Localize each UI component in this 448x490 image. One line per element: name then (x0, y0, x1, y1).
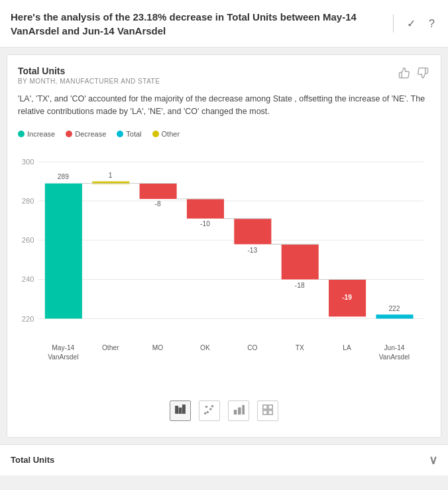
legend-label-total: Total (126, 130, 141, 138)
thumbup-button[interactable] (397, 66, 412, 83)
svg-rect-8 (234, 410, 237, 414)
legend-label-other: Other (162, 130, 180, 138)
bar-co[interactable] (234, 218, 271, 244)
legend-item-decrease: Decrease (66, 130, 106, 138)
header-bar: Here's the analysis of the 23.18% decrea… (0, 0, 448, 48)
legend-item-other: Other (152, 130, 180, 138)
header-title: Here's the analysis of the 23.18% decrea… (11, 10, 393, 38)
bar-label-other-value: 1 (109, 172, 113, 179)
chart-control-grid[interactable] (257, 400, 278, 421)
legend-label-decrease: Decrease (75, 130, 106, 138)
y-label-280: 280 (22, 197, 34, 205)
bar-label-other-name: Other (102, 344, 119, 351)
y-label-240: 240 (22, 275, 34, 283)
svg-rect-2 (183, 404, 186, 413)
bar-may14[interactable] (45, 183, 82, 318)
svg-point-5 (207, 410, 209, 413)
y-label-260: 260 (22, 236, 34, 244)
chart-control-column[interactable] (228, 400, 249, 421)
bar-label-ok-name: OK (200, 344, 210, 351)
card-description: 'LA', 'TX', and 'CO' accounted for the m… (18, 93, 430, 118)
bar-label-jun14-name2: VanArsdel (379, 353, 410, 360)
svg-rect-13 (263, 410, 267, 414)
legend-item-total: Total (117, 130, 141, 138)
help-button[interactable]: ? (426, 15, 437, 32)
bar-label-co-name: CO (247, 344, 257, 351)
svg-rect-1 (179, 408, 182, 413)
header-actions: ✓ ? (393, 15, 437, 32)
chart-controls (18, 395, 430, 426)
bar-label-may14-name1: May-14 (52, 344, 74, 351)
svg-point-3 (205, 405, 208, 408)
svg-point-6 (211, 404, 214, 407)
svg-rect-14 (268, 410, 272, 414)
y-label-300: 300 (22, 158, 34, 166)
bottom-bar-label: Total Units (11, 455, 54, 465)
card-actions (397, 66, 430, 83)
bar-mo[interactable] (140, 183, 177, 198)
bar-ok[interactable] (187, 199, 224, 219)
bar-label-tx-name: TX (296, 344, 304, 351)
card-title: Total Units (18, 66, 160, 76)
main-card: Total Units BY MONTH, MANUFACTURER AND S… (7, 54, 441, 438)
legend-dot-total (117, 131, 123, 137)
chart-control-scatter[interactable] (199, 400, 220, 421)
bottom-bar[interactable]: Total Units ∨ (0, 444, 448, 475)
bar-label-may14-name2: VanArsdel (48, 353, 78, 360)
card-header: Total Units BY MONTH, MANUFACTURER AND S… (18, 66, 430, 85)
bottom-bar-arrow: ∨ (429, 453, 437, 467)
y-label-220: 220 (22, 314, 34, 322)
bar-label-mo-value: -8 (155, 200, 161, 208)
svg-rect-0 (176, 406, 178, 413)
outer-container: Here's the analysis of the 23.18% decrea… (0, 0, 448, 475)
thumbdown-button[interactable] (416, 66, 430, 83)
svg-rect-11 (263, 404, 267, 408)
bar-label-ok-value: -10 (200, 219, 210, 227)
bar-label-tx-value: -18 (295, 281, 305, 288)
bar-jun14[interactable] (376, 314, 413, 318)
bar-label-co-value: -13 (247, 246, 257, 253)
bar-label-jun14-name1: Jun-14 (384, 344, 404, 351)
bar-label-la-name: LA (343, 344, 351, 351)
bar-tx[interactable] (282, 244, 319, 279)
chart-control-bar[interactable] (170, 400, 191, 421)
chart-area: 300 280 260 240 220 289 May-14 VanArsdel (18, 143, 430, 389)
bar-label-may14-value: 289 (58, 173, 69, 180)
svg-rect-9 (238, 407, 241, 414)
legend: Increase Decrease Total Other (18, 130, 430, 138)
legend-dot-other (152, 131, 159, 137)
svg-point-4 (209, 408, 212, 410)
card-title-group: Total Units BY MONTH, MANUFACTURER AND S… (18, 66, 160, 85)
svg-rect-10 (242, 404, 245, 414)
chart-svg: 300 280 260 240 220 289 May-14 VanArsdel (18, 143, 430, 389)
bar-label-mo-name: MO (152, 344, 163, 351)
legend-label-increase: Increase (27, 130, 55, 138)
legend-item-increase: Increase (18, 130, 55, 138)
bar-label-jun14-value: 222 (388, 305, 400, 312)
card-subtitle: BY MONTH, MANUFACTURER AND STATE (18, 78, 160, 85)
legend-dot-decrease (66, 131, 72, 137)
svg-point-7 (204, 412, 207, 414)
checkmark-button[interactable]: ✓ (404, 15, 418, 32)
svg-rect-12 (268, 404, 272, 408)
legend-dot-increase (18, 131, 25, 137)
bar-label-la-value: -19 (342, 293, 352, 300)
